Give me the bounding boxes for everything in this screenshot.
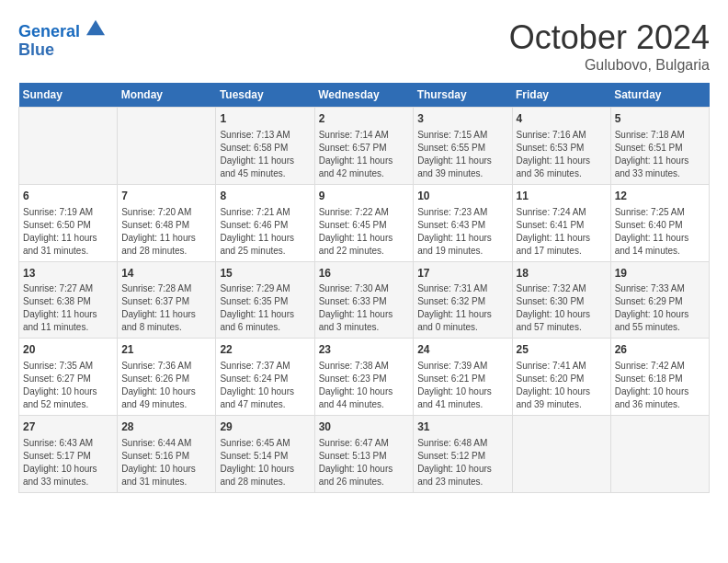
day-number: 28 bbox=[121, 419, 211, 435]
day-number: 4 bbox=[517, 111, 607, 127]
day-info: Sunrise: 7:15 AM Sunset: 6:55 PM Dayligh… bbox=[417, 129, 507, 180]
calendar-cell bbox=[512, 416, 610, 493]
weekday-wednesday: Wednesday bbox=[314, 83, 414, 108]
calendar-cell: 10Sunrise: 7:23 AM Sunset: 6:43 PM Dayli… bbox=[414, 184, 512, 261]
month-title: October 2024 bbox=[509, 18, 710, 57]
weekday-thursday: Thursday bbox=[414, 83, 512, 108]
calendar-cell: 28Sunrise: 6:44 AM Sunset: 5:16 PM Dayli… bbox=[118, 416, 216, 493]
calendar-cell: 17Sunrise: 7:31 AM Sunset: 6:32 PM Dayli… bbox=[414, 261, 512, 339]
day-info: Sunrise: 7:30 AM Sunset: 6:33 PM Dayligh… bbox=[319, 282, 410, 334]
day-number: 6 bbox=[23, 189, 113, 204]
weekday-monday: Monday bbox=[118, 83, 216, 108]
day-number: 19 bbox=[615, 266, 705, 282]
day-number: 12 bbox=[615, 189, 705, 204]
day-info: Sunrise: 7:22 AM Sunset: 6:45 PM Dayligh… bbox=[319, 206, 410, 258]
weekday-friday: Friday bbox=[512, 83, 610, 108]
logo: General Blue bbox=[18, 18, 105, 60]
day-info: Sunrise: 7:37 AM Sunset: 6:24 PM Dayligh… bbox=[220, 360, 310, 411]
day-info: Sunrise: 7:18 AM Sunset: 6:51 PM Dayligh… bbox=[615, 129, 705, 180]
calendar-week-4: 20Sunrise: 7:35 AM Sunset: 6:27 PM Dayli… bbox=[19, 339, 710, 416]
day-number: 21 bbox=[121, 342, 211, 358]
day-info: Sunrise: 7:24 AM Sunset: 6:41 PM Dayligh… bbox=[517, 206, 607, 258]
day-number: 27 bbox=[23, 419, 113, 435]
day-info: Sunrise: 6:47 AM Sunset: 5:13 PM Dayligh… bbox=[319, 437, 410, 488]
day-number: 10 bbox=[417, 189, 507, 204]
day-info: Sunrise: 6:44 AM Sunset: 5:16 PM Dayligh… bbox=[121, 437, 211, 488]
day-info: Sunrise: 7:31 AM Sunset: 6:32 PM Dayligh… bbox=[417, 282, 507, 334]
calendar-cell: 18Sunrise: 7:32 AM Sunset: 6:30 PM Dayli… bbox=[512, 261, 610, 339]
calendar-cell bbox=[19, 108, 118, 185]
day-info: Sunrise: 6:43 AM Sunset: 5:17 PM Dayligh… bbox=[23, 437, 113, 488]
calendar-cell: 25Sunrise: 7:41 AM Sunset: 6:20 PM Dayli… bbox=[512, 339, 610, 416]
day-number: 16 bbox=[319, 266, 410, 282]
weekday-saturday: Saturday bbox=[610, 83, 709, 108]
day-info: Sunrise: 6:45 AM Sunset: 5:14 PM Dayligh… bbox=[220, 437, 310, 488]
day-info: Sunrise: 7:27 AM Sunset: 6:38 PM Dayligh… bbox=[23, 282, 113, 334]
calendar-cell: 15Sunrise: 7:29 AM Sunset: 6:35 PM Dayli… bbox=[216, 261, 314, 339]
location: Gulubovo, Bulgaria bbox=[509, 57, 710, 74]
calendar-cell: 2Sunrise: 7:14 AM Sunset: 6:57 PM Daylig… bbox=[314, 108, 414, 185]
day-number: 22 bbox=[220, 342, 310, 358]
day-number: 9 bbox=[319, 189, 410, 204]
logo-icon bbox=[86, 18, 105, 37]
calendar-cell: 6Sunrise: 7:19 AM Sunset: 6:50 PM Daylig… bbox=[19, 184, 118, 261]
day-number: 13 bbox=[23, 266, 113, 282]
calendar-cell: 13Sunrise: 7:27 AM Sunset: 6:38 PM Dayli… bbox=[19, 261, 118, 339]
calendar-cell: 3Sunrise: 7:15 AM Sunset: 6:55 PM Daylig… bbox=[414, 108, 512, 185]
day-info: Sunrise: 7:16 AM Sunset: 6:53 PM Dayligh… bbox=[517, 129, 607, 180]
calendar-cell: 19Sunrise: 7:33 AM Sunset: 6:29 PM Dayli… bbox=[610, 261, 709, 339]
day-info: Sunrise: 7:23 AM Sunset: 6:43 PM Dayligh… bbox=[417, 206, 507, 258]
calendar-cell: 20Sunrise: 7:35 AM Sunset: 6:27 PM Dayli… bbox=[19, 339, 118, 416]
day-number: 1 bbox=[220, 111, 310, 127]
day-info: Sunrise: 7:39 AM Sunset: 6:21 PM Dayligh… bbox=[417, 360, 507, 411]
day-info: Sunrise: 7:38 AM Sunset: 6:23 PM Dayligh… bbox=[319, 360, 410, 411]
day-number: 3 bbox=[417, 111, 507, 127]
day-number: 5 bbox=[615, 111, 705, 127]
title-block: October 2024 Gulubovo, Bulgaria bbox=[509, 18, 710, 74]
calendar-cell: 31Sunrise: 6:48 AM Sunset: 5:12 PM Dayli… bbox=[414, 416, 512, 493]
calendar-cell: 30Sunrise: 6:47 AM Sunset: 5:13 PM Dayli… bbox=[314, 416, 414, 493]
day-info: Sunrise: 7:25 AM Sunset: 6:40 PM Dayligh… bbox=[615, 206, 705, 258]
calendar-cell: 1Sunrise: 7:13 AM Sunset: 6:58 PM Daylig… bbox=[216, 108, 314, 185]
calendar-cell bbox=[118, 108, 216, 185]
day-number: 30 bbox=[319, 419, 410, 435]
weekday-header-row: SundayMondayTuesdayWednesdayThursdayFrid… bbox=[19, 83, 710, 108]
day-info: Sunrise: 7:28 AM Sunset: 6:37 PM Dayligh… bbox=[121, 282, 211, 334]
calendar-cell: 29Sunrise: 6:45 AM Sunset: 5:14 PM Dayli… bbox=[216, 416, 314, 493]
day-info: Sunrise: 7:36 AM Sunset: 6:26 PM Dayligh… bbox=[121, 360, 211, 411]
day-number: 8 bbox=[220, 189, 310, 204]
logo-general: General bbox=[18, 22, 80, 40]
page-header: General Blue October 2024 Gulubovo, Bulg… bbox=[18, 18, 710, 74]
day-info: Sunrise: 7:33 AM Sunset: 6:29 PM Dayligh… bbox=[615, 282, 705, 334]
day-info: Sunrise: 7:14 AM Sunset: 6:57 PM Dayligh… bbox=[319, 129, 410, 180]
weekday-tuesday: Tuesday bbox=[216, 83, 314, 108]
calendar-cell: 5Sunrise: 7:18 AM Sunset: 6:51 PM Daylig… bbox=[610, 108, 709, 185]
day-number: 25 bbox=[517, 342, 607, 358]
weekday-sunday: Sunday bbox=[19, 83, 118, 108]
day-info: Sunrise: 7:20 AM Sunset: 6:48 PM Dayligh… bbox=[121, 206, 211, 258]
calendar-week-1: 1Sunrise: 7:13 AM Sunset: 6:58 PM Daylig… bbox=[19, 108, 710, 185]
calendar-cell: 26Sunrise: 7:42 AM Sunset: 6:18 PM Dayli… bbox=[610, 339, 709, 416]
logo-text: General bbox=[18, 18, 105, 41]
day-number: 29 bbox=[220, 419, 310, 435]
day-number: 2 bbox=[319, 111, 410, 127]
calendar-cell: 24Sunrise: 7:39 AM Sunset: 6:21 PM Dayli… bbox=[414, 339, 512, 416]
day-info: Sunrise: 7:13 AM Sunset: 6:58 PM Dayligh… bbox=[220, 129, 310, 180]
calendar-cell: 4Sunrise: 7:16 AM Sunset: 6:53 PM Daylig… bbox=[512, 108, 610, 185]
calendar-cell: 21Sunrise: 7:36 AM Sunset: 6:26 PM Dayli… bbox=[118, 339, 216, 416]
calendar-cell: 7Sunrise: 7:20 AM Sunset: 6:48 PM Daylig… bbox=[118, 184, 216, 261]
day-number: 17 bbox=[417, 266, 507, 282]
day-number: 18 bbox=[517, 266, 607, 282]
calendar-cell: 27Sunrise: 6:43 AM Sunset: 5:17 PM Dayli… bbox=[19, 416, 118, 493]
calendar-cell bbox=[610, 416, 709, 493]
day-number: 7 bbox=[121, 189, 211, 204]
calendar-cell: 16Sunrise: 7:30 AM Sunset: 6:33 PM Dayli… bbox=[314, 261, 414, 339]
day-number: 23 bbox=[319, 342, 410, 358]
day-info: Sunrise: 6:48 AM Sunset: 5:12 PM Dayligh… bbox=[417, 437, 507, 488]
logo-blue: Blue bbox=[18, 41, 105, 60]
day-info: Sunrise: 7:21 AM Sunset: 6:46 PM Dayligh… bbox=[220, 206, 310, 258]
calendar-cell: 23Sunrise: 7:38 AM Sunset: 6:23 PM Dayli… bbox=[314, 339, 414, 416]
day-number: 11 bbox=[517, 189, 607, 204]
day-info: Sunrise: 7:29 AM Sunset: 6:35 PM Dayligh… bbox=[220, 282, 310, 334]
calendar-cell: 22Sunrise: 7:37 AM Sunset: 6:24 PM Dayli… bbox=[216, 339, 314, 416]
